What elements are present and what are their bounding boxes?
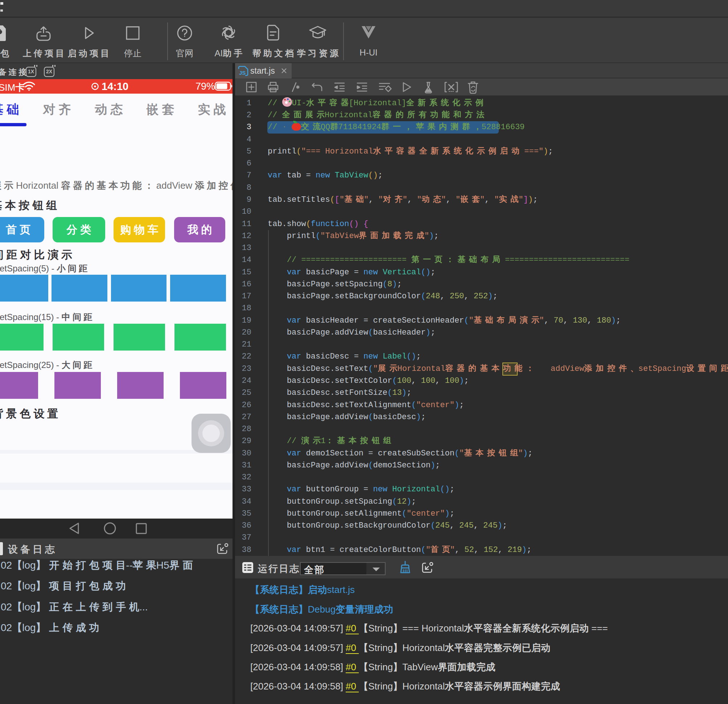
svg-text:JS: JS	[239, 70, 246, 76]
